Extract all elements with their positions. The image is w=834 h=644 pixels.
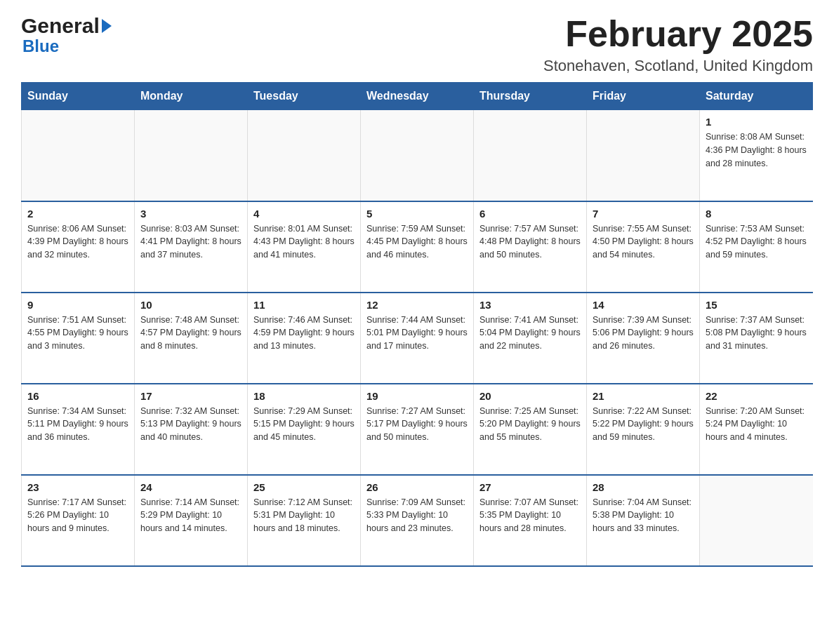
day-info: Sunrise: 7:20 AM Sunset: 5:24 PM Dayligh… — [706, 405, 807, 444]
day-number: 1 — [706, 116, 807, 128]
day-number: 26 — [366, 481, 468, 493]
day-number: 12 — [366, 299, 468, 311]
calendar-week-row: 2Sunrise: 8:06 AM Sunset: 4:39 PM Daylig… — [22, 201, 813, 293]
day-number: 23 — [27, 481, 128, 493]
day-info: Sunrise: 7:14 AM Sunset: 5:29 PM Dayligh… — [140, 496, 241, 535]
calendar-cell: 19Sunrise: 7:27 AM Sunset: 5:17 PM Dayli… — [361, 384, 474, 475]
calendar-cell: 4Sunrise: 8:01 AM Sunset: 4:43 PM Daylig… — [248, 201, 361, 293]
day-number: 19 — [366, 390, 468, 402]
calendar-header-row: SundayMondayTuesdayWednesdayThursdayFrid… — [22, 83, 813, 110]
calendar-cell: 27Sunrise: 7:07 AM Sunset: 5:35 PM Dayli… — [474, 475, 587, 566]
day-info: Sunrise: 8:06 AM Sunset: 4:39 PM Dayligh… — [27, 222, 128, 262]
day-of-week-header: Tuesday — [248, 83, 361, 110]
day-info: Sunrise: 7:53 AM Sunset: 4:52 PM Dayligh… — [706, 222, 807, 262]
day-of-week-header: Saturday — [700, 83, 813, 110]
logo-text-blue: Blue — [21, 36, 112, 56]
calendar-cell: 13Sunrise: 7:41 AM Sunset: 5:04 PM Dayli… — [474, 293, 587, 384]
day-number: 15 — [706, 299, 807, 311]
day-of-week-header: Friday — [587, 83, 700, 110]
day-info: Sunrise: 7:59 AM Sunset: 4:45 PM Dayligh… — [366, 222, 468, 262]
day-info: Sunrise: 7:57 AM Sunset: 4:48 PM Dayligh… — [479, 222, 581, 262]
day-number: 4 — [253, 208, 355, 220]
day-of-week-header: Thursday — [474, 83, 587, 110]
day-info: Sunrise: 7:07 AM Sunset: 5:35 PM Dayligh… — [479, 496, 581, 535]
day-info: Sunrise: 7:29 AM Sunset: 5:15 PM Dayligh… — [253, 405, 355, 444]
calendar-cell — [22, 110, 135, 201]
day-info: Sunrise: 7:25 AM Sunset: 5:20 PM Dayligh… — [479, 405, 581, 444]
day-info: Sunrise: 8:08 AM Sunset: 4:36 PM Dayligh… — [706, 130, 807, 170]
page-header: General Blue February 2025 Stonehaven, S… — [21, 14, 813, 75]
day-number: 28 — [593, 481, 694, 493]
calendar-cell: 11Sunrise: 7:46 AM Sunset: 4:59 PM Dayli… — [248, 293, 361, 384]
calendar-cell — [474, 110, 587, 201]
calendar-cell: 28Sunrise: 7:04 AM Sunset: 5:38 PM Dayli… — [587, 475, 700, 566]
day-number: 11 — [253, 299, 355, 311]
day-info: Sunrise: 7:48 AM Sunset: 4:57 PM Dayligh… — [140, 314, 241, 353]
logo-text-general: General — [21, 14, 100, 38]
location-subtitle: Stonehaven, Scotland, United Kingdom — [543, 57, 813, 75]
day-number: 13 — [479, 299, 581, 311]
calendar-cell: 1Sunrise: 8:08 AM Sunset: 4:36 PM Daylig… — [700, 110, 813, 201]
day-of-week-header: Sunday — [22, 83, 135, 110]
day-info: Sunrise: 7:17 AM Sunset: 5:26 PM Dayligh… — [27, 496, 128, 535]
calendar-cell: 3Sunrise: 8:03 AM Sunset: 4:41 PM Daylig… — [135, 201, 248, 293]
day-number: 2 — [27, 208, 128, 220]
day-number: 18 — [253, 390, 355, 402]
calendar-cell: 2Sunrise: 8:06 AM Sunset: 4:39 PM Daylig… — [22, 201, 135, 293]
day-number: 3 — [140, 208, 241, 220]
calendar-cell: 18Sunrise: 7:29 AM Sunset: 5:15 PM Dayli… — [248, 384, 361, 475]
calendar-cell — [248, 110, 361, 201]
calendar-cell: 23Sunrise: 7:17 AM Sunset: 5:26 PM Dayli… — [22, 475, 135, 566]
day-number: 17 — [140, 390, 241, 402]
calendar-week-row: 23Sunrise: 7:17 AM Sunset: 5:26 PM Dayli… — [22, 475, 813, 566]
calendar-week-row: 9Sunrise: 7:51 AM Sunset: 4:55 PM Daylig… — [22, 293, 813, 384]
day-info: Sunrise: 7:55 AM Sunset: 4:50 PM Dayligh… — [593, 222, 694, 262]
calendar-cell — [700, 475, 813, 566]
calendar-cell: 22Sunrise: 7:20 AM Sunset: 5:24 PM Dayli… — [700, 384, 813, 475]
day-number: 9 — [27, 299, 128, 311]
day-number: 16 — [27, 390, 128, 402]
logo-arrow-icon — [102, 19, 112, 33]
day-number: 25 — [253, 481, 355, 493]
month-title: February 2025 — [543, 14, 813, 54]
day-number: 22 — [706, 390, 807, 402]
day-info: Sunrise: 7:41 AM Sunset: 5:04 PM Dayligh… — [479, 314, 581, 353]
calendar-cell — [135, 110, 248, 201]
day-info: Sunrise: 7:27 AM Sunset: 5:17 PM Dayligh… — [366, 405, 468, 444]
day-number: 10 — [140, 299, 241, 311]
calendar-cell: 20Sunrise: 7:25 AM Sunset: 5:20 PM Dayli… — [474, 384, 587, 475]
day-info: Sunrise: 7:34 AM Sunset: 5:11 PM Dayligh… — [27, 405, 128, 444]
calendar-table: SundayMondayTuesdayWednesdayThursdayFrid… — [21, 82, 813, 567]
calendar-cell: 25Sunrise: 7:12 AM Sunset: 5:31 PM Dayli… — [248, 475, 361, 566]
day-of-week-header: Monday — [135, 83, 248, 110]
day-number: 21 — [593, 390, 694, 402]
calendar-cell: 21Sunrise: 7:22 AM Sunset: 5:22 PM Dayli… — [587, 384, 700, 475]
calendar-cell: 16Sunrise: 7:34 AM Sunset: 5:11 PM Dayli… — [22, 384, 135, 475]
calendar-cell: 7Sunrise: 7:55 AM Sunset: 4:50 PM Daylig… — [587, 201, 700, 293]
day-number: 6 — [479, 208, 581, 220]
day-info: Sunrise: 7:51 AM Sunset: 4:55 PM Dayligh… — [27, 314, 128, 353]
day-number: 20 — [479, 390, 581, 402]
calendar-cell — [587, 110, 700, 201]
day-number: 5 — [366, 208, 468, 220]
calendar-cell: 26Sunrise: 7:09 AM Sunset: 5:33 PM Dayli… — [361, 475, 474, 566]
day-info: Sunrise: 7:46 AM Sunset: 4:59 PM Dayligh… — [253, 314, 355, 353]
day-info: Sunrise: 7:37 AM Sunset: 5:08 PM Dayligh… — [706, 314, 807, 353]
day-number: 7 — [593, 208, 694, 220]
calendar-cell: 10Sunrise: 7:48 AM Sunset: 4:57 PM Dayli… — [135, 293, 248, 384]
calendar-cell — [361, 110, 474, 201]
calendar-cell: 6Sunrise: 7:57 AM Sunset: 4:48 PM Daylig… — [474, 201, 587, 293]
day-info: Sunrise: 7:39 AM Sunset: 5:06 PM Dayligh… — [593, 314, 694, 353]
day-of-week-header: Wednesday — [361, 83, 474, 110]
calendar-cell: 14Sunrise: 7:39 AM Sunset: 5:06 PM Dayli… — [587, 293, 700, 384]
calendar-cell: 8Sunrise: 7:53 AM Sunset: 4:52 PM Daylig… — [700, 201, 813, 293]
logo: General Blue — [21, 14, 112, 56]
day-info: Sunrise: 8:03 AM Sunset: 4:41 PM Dayligh… — [140, 222, 241, 262]
calendar-week-row: 1Sunrise: 8:08 AM Sunset: 4:36 PM Daylig… — [22, 110, 813, 201]
day-info: Sunrise: 7:44 AM Sunset: 5:01 PM Dayligh… — [366, 314, 468, 353]
calendar-cell: 9Sunrise: 7:51 AM Sunset: 4:55 PM Daylig… — [22, 293, 135, 384]
day-number: 14 — [593, 299, 694, 311]
calendar-week-row: 16Sunrise: 7:34 AM Sunset: 5:11 PM Dayli… — [22, 384, 813, 475]
day-number: 27 — [479, 481, 581, 493]
calendar-cell: 5Sunrise: 7:59 AM Sunset: 4:45 PM Daylig… — [361, 201, 474, 293]
